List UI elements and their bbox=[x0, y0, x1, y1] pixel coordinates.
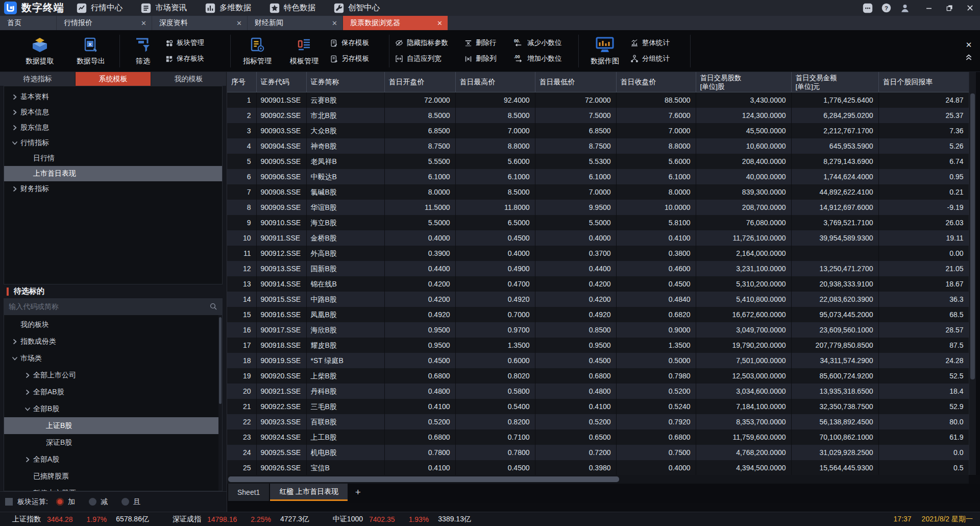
toolbar-collapse-icon[interactable] bbox=[965, 53, 973, 61]
toolbar-close-icon[interactable]: ✕ bbox=[966, 41, 972, 49]
table-cell[interactable]: 0.4200 bbox=[535, 276, 616, 292]
table-cell[interactable]: 13,935,318.6500 bbox=[791, 384, 878, 399]
table-cell[interactable]: 900924.SSE bbox=[256, 429, 306, 445]
table-cell[interactable]: 8.5000 bbox=[384, 108, 455, 123]
table-cell[interactable]: 1.3500 bbox=[455, 338, 535, 353]
targets-tree-item[interactable]: 我的板块 bbox=[4, 316, 222, 333]
table-cell[interactable]: 3 bbox=[227, 123, 256, 138]
add-sheet-button[interactable]: + bbox=[349, 484, 367, 501]
table-cell[interactable]: 2,164,000.0000 bbox=[696, 246, 791, 261]
table-cell[interactable]: 13,250,471.2700 bbox=[791, 261, 878, 276]
radio-icon[interactable] bbox=[89, 498, 96, 506]
table-cell[interactable]: 5,310,200.0000 bbox=[696, 276, 791, 292]
table-cell[interactable]: 4,394,500.0000 bbox=[696, 460, 791, 475]
minimize-button[interactable] bbox=[919, 0, 939, 16]
table-cell[interactable]: 0.5800 bbox=[455, 384, 535, 399]
table-cell[interactable]: 4,768,200.0000 bbox=[696, 445, 791, 460]
table-cell[interactable]: 上柴B股 bbox=[306, 368, 384, 384]
table-cell[interactable]: 11,759,600.0000 bbox=[696, 429, 791, 445]
restore-button[interactable] bbox=[939, 0, 960, 16]
table-cell[interactable]: 5.5000 bbox=[384, 215, 455, 230]
table-cell[interactable]: 839,300.0000 bbox=[696, 184, 791, 200]
table-cell[interactable]: 0.4100 bbox=[535, 399, 616, 414]
chevron-down-icon[interactable] bbox=[22, 406, 33, 412]
table-cell[interactable]: 72.0000 bbox=[535, 92, 616, 108]
table-cell[interactable]: 18 bbox=[227, 353, 256, 368]
table-cell[interactable]: 0.7920 bbox=[616, 414, 696, 429]
table-cell[interactable]: 4 bbox=[227, 138, 256, 154]
table-cell[interactable]: 华谊B股 bbox=[306, 200, 384, 215]
table-row[interactable]: 1900901.SSE云赛B股72.000092.400072.000088.5… bbox=[227, 92, 969, 108]
table-cell[interactable]: 0.4000 bbox=[616, 460, 696, 475]
table-cell[interactable]: 0.7980 bbox=[616, 368, 696, 384]
table-cell[interactable]: 900922.SSE bbox=[256, 399, 306, 414]
targets-tree-item[interactable]: 深证B股 bbox=[4, 434, 222, 451]
table-cell[interactable]: 6.1000 bbox=[455, 169, 535, 184]
table-cell[interactable]: 0.5400 bbox=[455, 399, 535, 414]
chevron-right-icon[interactable] bbox=[9, 186, 20, 192]
table-cell[interactable]: 0.4200 bbox=[384, 292, 455, 307]
table-row[interactable]: 25900926.SSE宝信B0.41000.45000.39800.40004… bbox=[227, 460, 969, 475]
table-cell[interactable]: 5.5300 bbox=[535, 154, 616, 169]
table-cell[interactable]: 0.5200 bbox=[384, 414, 455, 429]
table-cell[interactable]: 0.4900 bbox=[455, 261, 535, 276]
table-cell[interactable]: 0.4800 bbox=[535, 384, 616, 399]
tab-home[interactable]: 首页 bbox=[0, 16, 56, 30]
table-cell[interactable]: 0.4840 bbox=[616, 292, 696, 307]
close-button[interactable] bbox=[960, 0, 980, 16]
table-cell[interactable]: 丹科B股 bbox=[306, 384, 384, 399]
toolbar-button-data-extract[interactable]: 数据提取 bbox=[14, 36, 65, 66]
table-cell[interactable]: 0.4200 bbox=[384, 276, 455, 292]
table-cell[interactable]: 0.4400 bbox=[535, 261, 616, 276]
chevron-down-icon[interactable] bbox=[9, 140, 20, 146]
table-cell[interactable]: 3,231,100.0000 bbox=[696, 261, 791, 276]
table-cell[interactable]: 0.6800 bbox=[616, 429, 696, 445]
table-cell[interactable]: 0.4700 bbox=[455, 276, 535, 292]
table-cell[interactable]: 0.4100 bbox=[384, 399, 455, 414]
toolbar-button-del-row[interactable]: 删除行 bbox=[464, 38, 509, 47]
table-cell[interactable]: 900903.SSE bbox=[256, 123, 306, 138]
table-row[interactable]: 22900923.SSE百联B股0.52000.82000.52000.7920… bbox=[227, 414, 969, 429]
table-cell[interactable]: 6,284,295.0200 bbox=[791, 108, 878, 123]
table-cell[interactable]: 80.0 bbox=[878, 414, 969, 429]
toolbar-button-stats-group[interactable]: 分组统计 bbox=[630, 54, 685, 63]
table-cell[interactable]: 26.03 bbox=[878, 215, 969, 230]
targets-tree-item[interactable]: 全部AB股 bbox=[4, 384, 222, 400]
table-cell[interactable]: 900917.SSE bbox=[256, 322, 306, 338]
table-cell[interactable]: 12 bbox=[227, 261, 256, 276]
table-cell[interactable]: 锦在线B bbox=[306, 276, 384, 292]
table-cell[interactable]: 机电B股 bbox=[306, 445, 384, 460]
table-cell[interactable]: 5.8100 bbox=[616, 215, 696, 230]
table-cell[interactable]: 900915.SSE bbox=[256, 292, 306, 307]
column-header[interactable]: 证券代码 bbox=[256, 72, 306, 92]
table-cell[interactable]: 大众B股 bbox=[306, 123, 384, 138]
targets-tree-item[interactable]: 已摘牌股票 bbox=[4, 468, 222, 485]
table-cell[interactable]: 8.7500 bbox=[384, 138, 455, 154]
table-cell[interactable]: 0.6500 bbox=[535, 429, 616, 445]
table-cell[interactable]: *ST 绿庭B bbox=[306, 353, 384, 368]
table-row[interactable]: 17900918.SSE耀皮B股0.95001.35000.95001.3500… bbox=[227, 338, 969, 353]
toolbar-button-dec-dec[interactable]: 00.减少小数位 bbox=[513, 38, 573, 47]
table-cell[interactable]: 52.9 bbox=[878, 399, 969, 414]
targets-tree-item[interactable]: 全部A股 bbox=[4, 451, 222, 468]
indicator-tree-item[interactable]: 股本信息 bbox=[4, 105, 222, 120]
table-cell[interactable]: 23,609,560.1000 bbox=[791, 322, 878, 338]
table-row[interactable]: 9900910.SSE海立B股5.50006.50005.50005.81007… bbox=[227, 215, 969, 230]
table-cell[interactable]: 氯碱B股 bbox=[306, 184, 384, 200]
column-header[interactable]: 证券简称 bbox=[306, 72, 384, 92]
table-cell[interactable]: 7 bbox=[227, 184, 256, 200]
table-row[interactable]: 24900925.SSE机电B股0.78000.78000.72000.7500… bbox=[227, 445, 969, 460]
toolbar-button-eye-off[interactable]: 隐藏指标参数 bbox=[395, 38, 460, 47]
toolbar-button-filter[interactable]: 筛选 bbox=[123, 36, 163, 66]
table-cell[interactable]: 云赛B股 bbox=[306, 92, 384, 108]
tab-finance-news[interactable]: 财经新闻✕ bbox=[248, 16, 342, 30]
table-cell[interactable]: 0.4500 bbox=[535, 353, 616, 368]
table-cell[interactable]: 7.5000 bbox=[535, 108, 616, 123]
table-cell[interactable]: 3,034,600.0000 bbox=[696, 384, 791, 399]
table-cell[interactable]: 8.8000 bbox=[455, 138, 535, 154]
table-cell[interactable]: 0.4100 bbox=[616, 230, 696, 246]
table-cell[interactable]: 7,184,100.0000 bbox=[696, 399, 791, 414]
table-cell[interactable]: 0.7200 bbox=[535, 445, 616, 460]
tab-close-icon[interactable]: ✕ bbox=[136, 19, 146, 27]
table-cell[interactable]: 0.5200 bbox=[535, 414, 616, 429]
